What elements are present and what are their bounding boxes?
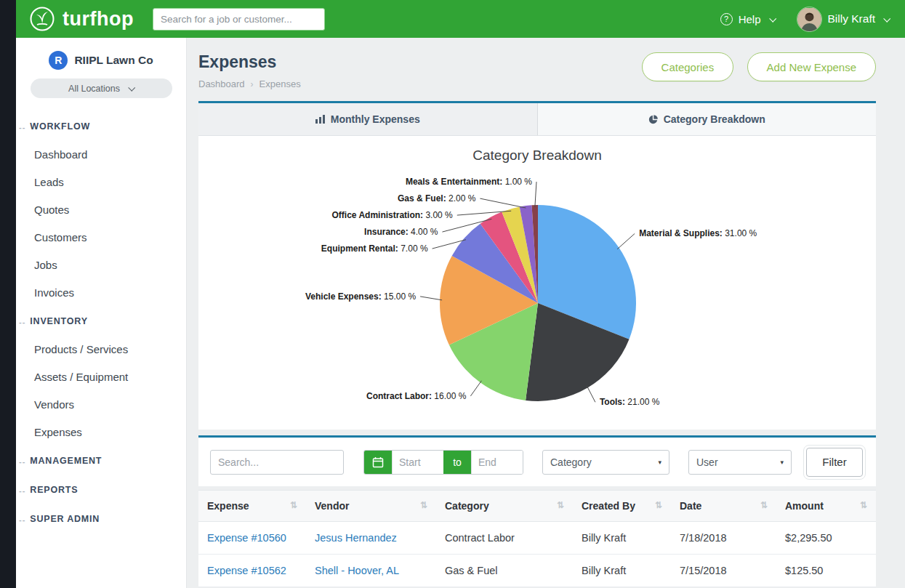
cell-expense: Expense #10560 (198, 522, 306, 555)
nav-section-label: WORKFLOW (30, 121, 90, 132)
column-label: Amount (785, 500, 824, 512)
filter-bar: to Category ▾ User ▾ Filter (198, 435, 876, 486)
sidebar-item-expenses[interactable]: Expenses (16, 418, 186, 446)
date-range-picker: to (363, 450, 523, 475)
user-name: Billy Kraft (828, 12, 875, 25)
tab-monthly-expenses[interactable]: Monthly Expenses (198, 103, 537, 135)
app-root: turfhop ? Help Billy Kraft (0, 0, 905, 588)
cell-vendor: Shell - Hoover, AL (306, 555, 436, 587)
nav-section-management[interactable]: MANAGEMENT (16, 446, 186, 475)
pie-label-office-administration: Office Administration: 3.00 % (332, 210, 454, 220)
bar-chart-icon (315, 115, 325, 124)
pie-label-insurance: Insurance: 4.00 % (364, 227, 438, 237)
sidebar-item-quotes[interactable]: Quotes (16, 196, 186, 223)
label-connector-line (470, 381, 481, 396)
nav-section-workflow[interactable]: WORKFLOW (16, 111, 186, 140)
tree-dash-icon (19, 454, 25, 467)
chart-title: Category Breakdown (198, 148, 876, 164)
nav-section-inventory[interactable]: INVENTORY (16, 306, 186, 335)
sort-icon[interactable]: ⇅ (290, 500, 297, 510)
column-label: Category (445, 500, 489, 512)
pie-chart-icon (648, 115, 658, 124)
tab-category-breakdown-label: Category Breakdown (664, 113, 765, 125)
user-menu[interactable]: Billy Kraft (797, 7, 889, 32)
created_by-value: Billy Kraft (582, 565, 626, 576)
breadcrumb-dashboard[interactable]: Dashboard (198, 78, 245, 89)
help-menu[interactable]: ? Help (720, 13, 775, 25)
user-select[interactable]: User ▾ (688, 450, 792, 475)
pie-label-meals-entertainment: Meals & Entertainment: 1.00 % (406, 177, 532, 187)
nav-section-label: SUPER ADMIN (30, 514, 100, 524)
amount-value: $125.50 (785, 565, 823, 576)
table-row[interactable]: Expense #10562Shell - Hoover, ALGas & Fu… (198, 555, 876, 587)
column-label: Expense (207, 500, 249, 512)
nav-section-super-admin[interactable]: SUPER ADMIN (16, 504, 186, 533)
filter-button[interactable]: Filter (806, 448, 863, 477)
cell-expense: Expense #10562 (198, 555, 306, 587)
sidebar-item-customers[interactable]: Customers (16, 223, 186, 251)
company-name: RIIPL Lawn Co (74, 54, 153, 67)
pie-chart[interactable]: Material & Supplies: 31.00 %Tools: 21.00… (198, 166, 876, 422)
expense-link[interactable]: Expense #10560 (207, 532, 286, 544)
pie-label-contract-labor: Contract Labor: 16.00 % (366, 391, 467, 401)
table-row[interactable]: Expense #10560Jesus HernandezContract La… (198, 522, 876, 555)
calendar-button[interactable] (364, 451, 392, 474)
category-select[interactable]: Category ▾ (542, 450, 669, 475)
sidebar-item-assets-equipment[interactable]: Assets / Equipment (16, 363, 186, 390)
expense-link[interactable]: Expense #10562 (207, 565, 286, 576)
select-arrow-icon: ▾ (658, 459, 661, 466)
breadcrumb: Dashboard › Expenses (198, 78, 301, 89)
sidebar-item-leads[interactable]: Leads (16, 168, 186, 196)
cell-amount: $2,295.50 (776, 522, 876, 555)
sort-icon[interactable]: ⇅ (420, 500, 427, 510)
column-header-created-by[interactable]: Created By⇅ (573, 491, 671, 522)
cell-date: 7/15/2018 (671, 555, 776, 587)
table-header-row: Expense⇅Vendor⇅Category⇅Created By⇅Date⇅… (198, 491, 876, 522)
sort-icon[interactable]: ⇅ (760, 500, 768, 510)
sidebar-item-jobs[interactable]: Jobs (16, 251, 186, 278)
global-search-input[interactable] (153, 8, 325, 31)
user-select-value: User (696, 456, 718, 468)
created_by-value: Billy Kraft (582, 532, 626, 544)
cell-created_by: Billy Kraft (573, 522, 671, 555)
column-header-amount[interactable]: Amount⇅ (776, 491, 876, 522)
sidebar-item-vendors[interactable]: Vendors (16, 390, 186, 418)
sidebar-item-invoices[interactable]: Invoices (16, 278, 186, 306)
sidebar-nav: WORKFLOWDashboardLeadsQuotesCustomersJob… (16, 111, 186, 533)
page-header: Expenses Dashboard › Expenses Categories… (198, 52, 876, 89)
topbar-right: ? Help Billy Kraft (720, 7, 889, 32)
column-header-date[interactable]: Date⇅ (671, 491, 776, 522)
category-select-value: Category (550, 456, 592, 468)
column-header-category[interactable]: Category⇅ (436, 491, 573, 522)
tree-dash-icon (19, 315, 25, 328)
sort-icon[interactable]: ⇅ (655, 500, 662, 510)
table-search-input[interactable] (210, 450, 344, 475)
sort-icon[interactable]: ⇅ (557, 500, 564, 510)
brand[interactable]: turfhop (29, 6, 134, 32)
cell-date: 7/18/2018 (671, 522, 776, 555)
column-header-expense[interactable]: Expense⇅ (198, 491, 306, 522)
vendor-link[interactable]: Jesus Hernandez (315, 532, 397, 544)
date-end-input[interactable] (471, 451, 523, 474)
tree-dash-icon (19, 512, 25, 525)
location-selector-label: All Locations (68, 84, 120, 94)
vendor-link[interactable]: Shell - Hoover, AL (315, 565, 399, 576)
location-selector[interactable]: All Locations (31, 78, 172, 98)
nav-section-reports[interactable]: REPORTS (16, 475, 186, 504)
sidebar-item-dashboard[interactable]: Dashboard (16, 140, 186, 168)
categories-button[interactable]: Categories (642, 52, 734, 81)
date-value: 7/18/2018 (680, 532, 727, 544)
top-header: turfhop ? Help Billy Kraft (16, 0, 905, 38)
add-new-expense-button[interactable]: Add New Expense (747, 52, 876, 81)
chevron-down-icon (883, 15, 890, 22)
company-selector[interactable]: R RIIPL Lawn Co (16, 51, 186, 70)
column-header-vendor[interactable]: Vendor⇅ (306, 491, 436, 522)
date-start-input[interactable] (392, 451, 443, 474)
tree-dash-icon (19, 120, 25, 133)
tab-category-breakdown[interactable]: Category Breakdown (537, 103, 877, 135)
sidebar-item-products-services[interactable]: Products / Services (16, 335, 186, 363)
sort-icon[interactable]: ⇅ (860, 500, 867, 510)
chevron-down-icon (128, 84, 135, 92)
left-edge-rail (0, 0, 16, 588)
turfhop-logo-icon (29, 6, 55, 32)
